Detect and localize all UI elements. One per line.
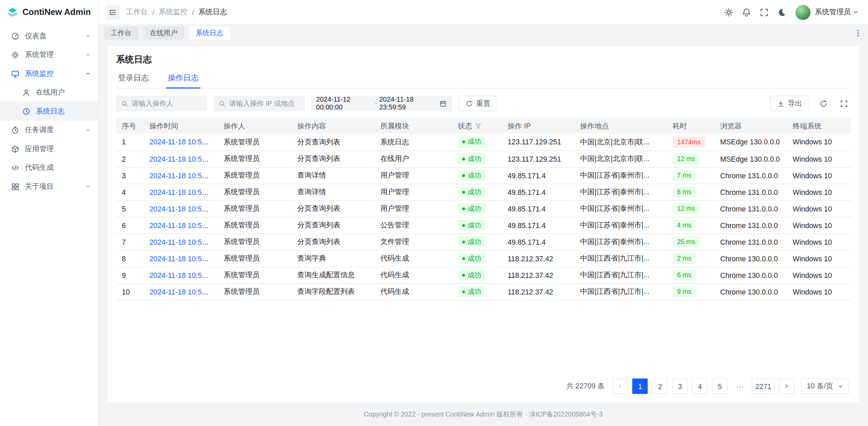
table-row: 6 2024-11-18 10:51:53 系统管理员 分页查询列表 公告管理 … <box>116 217 851 234</box>
sidebar-item-code-generation[interactable]: 代码生成 <box>0 158 98 177</box>
page-button-last[interactable]: 2271 <box>752 379 775 394</box>
operator-search-input[interactable] <box>132 100 202 107</box>
bell-icon[interactable] <box>742 7 751 17</box>
cell-status: 成功 <box>452 200 502 217</box>
ip-search-input[interactable] <box>229 100 299 107</box>
cell-browser: Chrome 131.0.0.0 <box>715 167 787 184</box>
ip-search-field <box>214 96 304 111</box>
grid-icon <box>11 182 19 190</box>
breadcrumb-separator: / <box>152 8 154 16</box>
breadcrumb-item-current: 系统日志 <box>198 7 227 17</box>
chevron-down-icon[interactable] <box>852 9 859 16</box>
time-link[interactable]: 2024-11-18 10:51:49 <box>150 287 216 296</box>
sidebar-item-system-log[interactable]: 系统日志 <box>0 102 98 121</box>
reset-button[interactable]: 重置 <box>458 96 498 111</box>
tab-operation-log[interactable]: 操作日志 <box>166 73 200 88</box>
cell-module: 代码生成 <box>375 283 452 300</box>
page-ellipsis[interactable]: ··· <box>732 379 748 394</box>
page-size-select[interactable]: 10 条/页 <box>801 379 849 394</box>
dark-mode-moon-icon[interactable] <box>777 7 787 17</box>
cell-ip: 49.85.171.4 <box>502 234 575 250</box>
export-button[interactable]: 导出 <box>770 96 809 111</box>
page-size-value: 10 条/页 <box>807 381 833 391</box>
cell-browser: Chrome 131.0.0.0 <box>715 184 787 200</box>
cell-os: Windows 10 <box>787 217 851 234</box>
cell-operator: 系统管理员 <box>218 283 292 300</box>
tab-list-more-icon[interactable] <box>854 29 863 38</box>
prev-page-button[interactable] <box>612 379 628 394</box>
sidebar-item-dashboard[interactable]: 仪表盘 <box>0 26 98 45</box>
tab-workbench[interactable]: 工作台 <box>104 26 138 40</box>
time-link[interactable]: 2024-11-18 10:52:55 <box>150 138 216 146</box>
duration-badge: 7 ms <box>673 170 696 181</box>
page-button-2[interactable]: 2 <box>652 379 668 394</box>
cell-operator: 系统管理员 <box>218 134 292 150</box>
dashboard-icon <box>11 32 19 40</box>
breadcrumb: 工作台 / 系统监控 / 系统日志 <box>126 7 227 17</box>
cell-time: 2024-11-18 10:52:55 <box>144 134 218 150</box>
time-link[interactable]: 2024-11-18 10:52:47 <box>150 155 216 163</box>
table-fullscreen-icon[interactable] <box>837 97 850 110</box>
sidebar-item-system-management[interactable]: 系统管理 <box>0 45 98 64</box>
export-label: 导出 <box>788 99 802 108</box>
time-link[interactable]: 2024-11-18 10:51:52 <box>150 238 216 246</box>
time-link[interactable]: 2024-11-18 10:51:53 <box>150 221 216 229</box>
cell-time: 2024-11-18 10:51:55 <box>144 200 218 217</box>
cell-operator: 系统管理员 <box>218 250 292 267</box>
fullscreen-icon[interactable] <box>760 7 769 17</box>
cell-module: 用户管理 <box>375 200 452 217</box>
page-button-1[interactable]: 1 <box>632 379 648 394</box>
cell-browser: Chrome 130.0.0.0 <box>715 267 787 283</box>
cell-ip: 49.85.171.4 <box>502 184 575 200</box>
cell-no: 7 <box>116 234 144 250</box>
sidebar-collapse-button[interactable] <box>105 5 119 19</box>
breadcrumb-item[interactable]: 工作台 <box>126 7 148 17</box>
page-button-5[interactable]: 5 <box>712 379 728 394</box>
table-body: 1 2024-11-18 10:52:55 系统管理员 分页查询列表 系统日志 … <box>116 134 851 300</box>
cell-location: 中国|江西省|九江市|... <box>575 283 667 300</box>
cell-ip: 49.85.171.4 <box>502 217 575 234</box>
time-link[interactable]: 2024-11-18 10:51:55 <box>150 204 216 212</box>
cell-time: 2024-11-18 10:51:49 <box>144 283 218 300</box>
filter-funnel-icon[interactable] <box>475 123 482 129</box>
next-page-button[interactable] <box>779 379 795 394</box>
time-link[interactable]: 2024-11-18 10:51:49 <box>150 271 216 279</box>
tab-online-users[interactable]: 在线用户 <box>143 26 184 40</box>
cell-duration: 4 ms <box>667 217 714 234</box>
sidebar-item-label: 应用管理 <box>25 144 91 154</box>
tab-system-log[interactable]: 系统日志 <box>189 26 230 40</box>
refresh-icon[interactable] <box>816 97 830 110</box>
app-window: ContiNew Admin 仪表盘 系统管理 <box>0 0 868 426</box>
tab-login-log[interactable]: 登录日志 <box>116 73 151 88</box>
breadcrumb-item[interactable]: 系统监控 <box>159 7 188 17</box>
sidebar-item-task-schedule[interactable]: 任务调度 <box>0 121 98 140</box>
logo-icon <box>7 6 18 18</box>
sidebar-item-app-management[interactable]: 应用管理 <box>0 139 98 158</box>
cell-ip: 123.117.129.251 <box>502 134 575 150</box>
chevron-down-icon <box>85 183 92 190</box>
sidebar-item-system-monitor[interactable]: 系统监控 <box>0 64 98 83</box>
cell-module: 代码生成 <box>375 267 452 283</box>
app-logo[interactable]: ContiNew Admin <box>0 0 98 24</box>
chevron-down-icon <box>85 33 92 39</box>
duration-badge: 6 ms <box>673 269 696 281</box>
sidebar-item-online-users[interactable]: 在线用户 <box>0 83 98 102</box>
date-range-picker[interactable]: 2024-11-12 00:00:00 - 2024-11-18 23:59:5… <box>311 96 452 111</box>
date-separator: - <box>375 100 377 107</box>
cell-os: Windows 10 <box>787 167 851 184</box>
page-button-3[interactable]: 3 <box>672 379 688 394</box>
gear-icon[interactable] <box>724 7 734 17</box>
page-button-4[interactable]: 4 <box>692 379 708 394</box>
cell-browser: Chrome 130.0.0.0 <box>715 250 787 267</box>
sidebar-item-about-project[interactable]: 关于项目 <box>0 177 98 196</box>
cell-content: 分页查询列表 <box>292 200 375 217</box>
time-link[interactable]: 2024-11-18 10:52:12 <box>150 171 216 179</box>
user-name[interactable]: 系统管理员 <box>815 7 851 17</box>
avatar[interactable] <box>795 5 810 20</box>
page-title: 系统日志 <box>116 54 850 66</box>
pagination-total: 共 22709 条 <box>566 381 605 391</box>
time-link[interactable]: 2024-11-18 10:52:05 <box>150 188 216 196</box>
cell-location: 中国|江西省|九江市|... <box>575 267 667 283</box>
time-link[interactable]: 2024-11-18 10:51:50 <box>150 254 216 262</box>
table-row: 8 2024-11-18 10:51:50 系统管理员 查询字典 代码生成 成功… <box>116 250 851 267</box>
